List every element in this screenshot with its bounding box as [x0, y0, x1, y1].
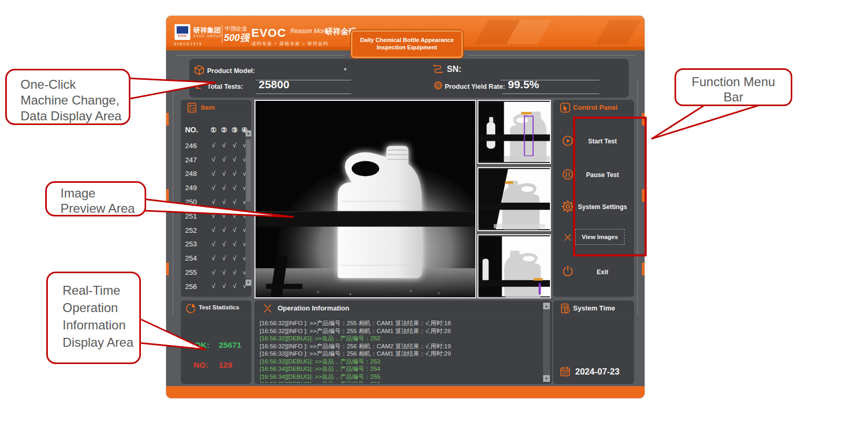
log-scrollbar-track[interactable]: [543, 310, 550, 375]
table-row: 253√√√√: [181, 237, 245, 252]
cube-icon: [193, 65, 205, 76]
doc-clock-icon: [559, 303, 571, 314]
yield-underline: [502, 94, 599, 94]
log-line: [16:56:34][DEBUG]: >>良品，产品编号：255: [260, 373, 540, 381]
yield-label: Product Yield Rate:: [445, 83, 505, 90]
log-line: [16:56:32][INFO ]: >>产品编号：255 相机：CAM1 算法…: [260, 319, 540, 327]
table-row: 250√√√√: [181, 195, 245, 209]
evoc-logo-square: [177, 26, 188, 34]
operation-info-header: Operation Information: [254, 300, 552, 315]
log-scroll-up-button[interactable]: ▲: [543, 303, 550, 309]
checklist-icon: [186, 102, 198, 113]
table-row: 248√√√√: [181, 167, 245, 181]
item-panel: Item NO. ① ② ③ ④ 246√√√√247√√√√248√√√√24…: [181, 100, 251, 297]
item-scrollbar-thumb[interactable]: [246, 140, 251, 202]
crossed-tools-icon: [262, 303, 273, 314]
item-scroll-down-button[interactable]: ▼: [246, 279, 251, 286]
decor-tab: [166, 113, 169, 126]
log-line: [16:56:32][INFO ]: >>产品编号：256 相机：CAM2 算法…: [260, 343, 540, 350]
brand-script: Reason More: [290, 27, 328, 35]
log-list[interactable]: [16:56:32][INFO ]: >>产品编号：255 相机：CAM1 算法…: [260, 319, 540, 383]
sigma-icon: Σ: [196, 81, 201, 91]
decor-line: [177, 55, 345, 56]
pointer-icon: [559, 102, 571, 113]
decor-tab: [166, 189, 169, 202]
thumbnail-3-image: [478, 235, 550, 297]
table-row: 254√√√√: [181, 251, 245, 265]
callout-function-menu: Function Menu Bar: [675, 68, 792, 106]
system-time-title: System Time: [573, 304, 615, 312]
screenshot-canvas: EVOC 研祥集团 EVOC GROUP SINCE1978 中国企业 500强…: [0, 0, 868, 425]
decor-line: [468, 55, 635, 56]
yield-value: 99.5%: [508, 78, 539, 91]
control-panel-title: Control Panel: [573, 103, 618, 111]
control-panel-header: Control Panel: [553, 100, 634, 115]
log-line: [16:56:33][INFO ]: >>产品编号：256 相机：CAM1 算法…: [260, 350, 540, 358]
group-name-en: EVOC GROUP: [193, 34, 222, 38]
thumbnail-1-image: [478, 101, 550, 163]
thumbnail-2-image: [478, 168, 550, 230]
sn-flow-icon: [432, 63, 444, 75]
ok-label: OK:: [195, 340, 209, 350]
table-row: 251√√√√: [181, 209, 245, 223]
total-tests-label: Total Tests:: [207, 83, 243, 90]
callout-image-preview: Image Preview Area: [45, 181, 146, 216]
decor-tab: [166, 263, 169, 275]
close-icon[interactable]: [563, 232, 573, 243]
pie-chart-icon: [185, 303, 197, 314]
ok-value: 25671: [219, 340, 241, 350]
table-row: 255√√√√: [181, 265, 245, 279]
col-1: ①: [208, 126, 219, 134]
item-panel-title: Item: [201, 103, 215, 111]
test-statistics-header: Test Statistics: [181, 300, 251, 315]
table-row: 246√√√√: [181, 139, 245, 153]
sn-label: SN:: [447, 65, 462, 74]
col-no: NO.: [185, 126, 208, 134]
callout-data-display: One-Click Machine Change, Data Display A…: [5, 69, 130, 125]
brand-wordmark: EVOC: [251, 26, 286, 40]
thumbnail-3[interactable]: [477, 234, 551, 298]
test-statistics-title: Test Statistics: [199, 304, 239, 310]
main-image-preview: [254, 100, 476, 298]
data-display-panel: Product Model: ▾ Σ Total Tests: 25800 SN…: [189, 59, 629, 98]
table-row: 247√√√√: [181, 153, 245, 167]
system-date: 2024-07-23: [575, 367, 619, 377]
yield-check-circle-icon: [433, 80, 443, 90]
evoc-logo: EVOC: [175, 24, 190, 40]
log-line: [16:56:33][DEBUG]: >>良品，产品编号：253: [260, 358, 540, 366]
decor-tab: [642, 263, 645, 275]
app-title: Daily Chemical Bottle Appearance Inspect…: [360, 37, 454, 51]
main-bottle-image: [256, 101, 475, 297]
system-time-header: System Time: [553, 300, 634, 315]
operation-info-title: Operation Information: [278, 304, 350, 312]
brand-slogan: 读码专家 + 屏检专家 = 研祥金码: [251, 40, 329, 47]
function-menu-highlight-box: [573, 117, 647, 256]
play-circle-icon[interactable]: [561, 134, 574, 147]
table-row: 249√√√√: [181, 181, 245, 195]
since-label: SINCE1978: [174, 42, 202, 46]
dropdown-caret-icon[interactable]: ▾: [344, 66, 346, 72]
evoc-logo-text: EVOC: [175, 34, 190, 37]
top500-label: 500强: [224, 32, 249, 44]
pause-circle-icon[interactable]: [561, 168, 574, 181]
app-footer-bar: [166, 386, 645, 398]
product-model-label: Product Model:: [207, 67, 255, 75]
decor-line: [172, 79, 173, 315]
operation-info-panel: Operation Information [16:56:32][INFO ]:…: [254, 300, 552, 384]
test-statistics-panel: Test Statistics OK: 25671 NG: 129: [181, 300, 251, 384]
thumbnail-2[interactable]: [477, 167, 551, 231]
total-tests-underline: [256, 94, 351, 94]
item-scroll-up-button[interactable]: ▲: [246, 130, 251, 137]
header-divider: [222, 25, 222, 43]
exit-button[interactable]: Exit: [573, 268, 632, 276]
power-icon[interactable]: [561, 265, 574, 277]
thumbnail-1[interactable]: [477, 100, 551, 164]
log-scroll-down-button[interactable]: ▼: [543, 375, 550, 382]
total-tests-value: 25800: [259, 78, 289, 91]
item-table-body: 246√√√√247√√√√248√√√√249√√√√250√√√√251√√…: [181, 139, 245, 294]
item-table-header: NO. ① ② ③ ④: [181, 124, 245, 136]
table-row: 252√√√√: [181, 223, 245, 237]
log-line: [16:56:35][DEBUG]: >>良品，产品编号：256: [260, 380, 540, 383]
header-decor: [596, 20, 641, 44]
item-panel-header: Item: [181, 100, 251, 115]
